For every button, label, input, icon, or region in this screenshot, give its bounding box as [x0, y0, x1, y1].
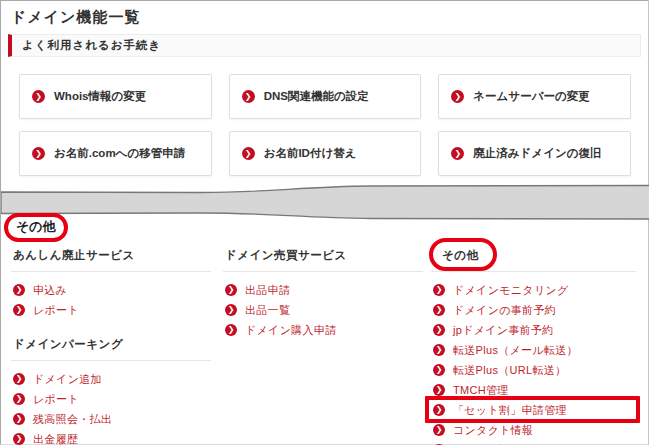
- section-header-domain-trading: ドメイン売買サービス: [223, 245, 423, 272]
- chevron-circle-icon: [451, 147, 464, 160]
- link-parking-withdrawal-history[interactable]: 出金履歴: [11, 429, 211, 445]
- chevron-circle-icon: [242, 90, 255, 103]
- page-title: ドメイン機能一覧: [11, 8, 140, 27]
- link-label[interactable]: ドメインの事前予約: [453, 303, 556, 318]
- link-anshin-apply[interactable]: 申込み: [11, 280, 211, 300]
- chevron-circle-icon: [225, 284, 237, 296]
- link-label[interactable]: 出品一覧: [245, 303, 290, 318]
- column-anshin-parking: あんしん廃止サービス 申込み レポート ドメインパーキング ドメイン追加 レポー…: [11, 245, 211, 445]
- link-forward-plus-url[interactable]: 転送Plus（URL転送）: [431, 360, 636, 380]
- link-label[interactable]: jpドメイン事前予約: [453, 323, 554, 338]
- button-label: 廃止済みドメインの復旧: [473, 146, 601, 161]
- section-header-anshin-haishi: あんしん廃止サービス: [11, 245, 211, 272]
- button-transfer-in-application[interactable]: お名前.comへの移管申請: [19, 131, 212, 176]
- torn-screenshot-divider: [1, 183, 649, 223]
- link-listing-list[interactable]: 出品一覧: [223, 300, 423, 320]
- button-id-reassignment[interactable]: お名前ID付け替え: [229, 131, 422, 176]
- chevron-circle-icon: [433, 344, 445, 356]
- link-parking-add-domain[interactable]: ドメイン追加: [11, 369, 211, 389]
- chevron-circle-icon: [225, 304, 237, 316]
- link-forward-plus-mail[interactable]: 転送Plus（メール転送）: [431, 340, 636, 360]
- chevron-circle-icon: [433, 324, 445, 336]
- link-label[interactable]: 出品申請: [245, 283, 290, 298]
- chevron-circle-icon: [13, 433, 25, 445]
- section-header-others: その他: [431, 245, 636, 272]
- chevron-circle-icon: [32, 147, 45, 160]
- section-header-others-label: その他: [433, 248, 479, 263]
- chevron-circle-icon: [433, 404, 445, 416]
- link-set-discount-application[interactable]: 「セット割」申請管理: [431, 400, 636, 420]
- chevron-circle-icon: [433, 364, 445, 376]
- domain-function-page: ドメイン機能一覧 よく利用されるお手続き Whois情報の変更 DNS関連機能の…: [0, 0, 649, 445]
- link-label[interactable]: 転送Plus（メール転送）: [453, 343, 578, 358]
- link-label[interactable]: ドメイン追加: [33, 372, 102, 387]
- link-parking-report[interactable]: レポート: [11, 389, 211, 409]
- link-label[interactable]: 転送Plus（URL転送）: [453, 363, 566, 378]
- link-domain-purchase-application[interactable]: ドメイン購入申請: [223, 320, 423, 340]
- section-header-domain-parking: ドメインパーキング: [11, 334, 211, 361]
- chevron-circle-icon: [433, 424, 445, 436]
- button-whois-change[interactable]: Whois情報の変更: [19, 74, 212, 119]
- chevron-circle-icon: [225, 324, 237, 336]
- button-label: お名前.comへの移管申請: [54, 146, 185, 161]
- link-label[interactable]: ドメインモニタリング: [453, 283, 569, 298]
- link-listing-application[interactable]: 出品申請: [223, 280, 423, 300]
- column-domain-trading: ドメイン売買サービス 出品申請 出品一覧 ドメイン購入申請: [223, 245, 423, 340]
- chevron-circle-icon: [13, 373, 25, 385]
- button-label: Whois情報の変更: [54, 89, 146, 104]
- chevron-circle-icon: [433, 284, 445, 296]
- button-label: ネームサーバーの変更: [473, 89, 589, 104]
- link-domain-monitoring[interactable]: ドメインモニタリング: [431, 280, 636, 300]
- chevron-circle-icon: [13, 284, 25, 296]
- chevron-circle-icon: [433, 384, 445, 396]
- chevron-circle-icon: [13, 393, 25, 405]
- chevron-circle-icon: [32, 90, 45, 103]
- chevron-circle-icon: [13, 304, 25, 316]
- link-label[interactable]: TMCH管理: [453, 383, 509, 398]
- button-label: お名前ID付け替え: [264, 146, 357, 161]
- link-domain-pre-reservation[interactable]: ドメインの事前予約: [431, 300, 636, 320]
- button-dns-settings[interactable]: DNS関連機能の設定: [229, 74, 422, 119]
- link-group-settings[interactable]: グループ設定: [431, 440, 636, 445]
- chevron-circle-icon: [13, 413, 25, 425]
- link-parking-balance-payout[interactable]: 残高照会・払出: [11, 409, 211, 429]
- link-label[interactable]: ドメイン購入申請: [245, 323, 336, 338]
- frequently-used-section-label: よく利用されるお手続き: [12, 38, 161, 53]
- link-label[interactable]: 「セット割」申請管理: [453, 403, 567, 418]
- link-contact-info[interactable]: コンタクト情報: [431, 420, 636, 440]
- chevron-circle-icon: [433, 304, 445, 316]
- chevron-circle-icon: [242, 147, 255, 160]
- link-tmch-management[interactable]: TMCH管理: [431, 380, 636, 400]
- link-label[interactable]: 申込み: [33, 283, 67, 298]
- others-section-heading-annotated: その他: [4, 213, 68, 242]
- link-label[interactable]: 出金履歴: [33, 432, 78, 445]
- link-label[interactable]: コンタクト情報: [453, 423, 533, 438]
- link-label[interactable]: レポート: [33, 392, 79, 407]
- link-label[interactable]: レポート: [33, 303, 79, 318]
- link-label[interactable]: 残高照会・払出: [33, 412, 112, 427]
- column-others: その他 ドメインモニタリング ドメインの事前予約 jpドメイン事前予約 転送Pl…: [431, 245, 636, 445]
- chevron-circle-icon: [451, 90, 464, 103]
- button-restore-expired-domain[interactable]: 廃止済みドメインの復旧: [438, 131, 631, 176]
- link-jp-domain-pre-reservation[interactable]: jpドメイン事前予約: [431, 320, 636, 340]
- link-anshin-report[interactable]: レポート: [11, 300, 211, 320]
- button-nameserver-change[interactable]: ネームサーバーの変更: [438, 74, 631, 119]
- frequently-used-section-bar: よく利用されるお手続き: [8, 34, 641, 57]
- button-label: DNS関連機能の設定: [264, 89, 369, 104]
- quick-procedure-button-grid: Whois情報の変更 DNS関連機能の設定 ネームサーバーの変更 お名前.com…: [19, 74, 631, 176]
